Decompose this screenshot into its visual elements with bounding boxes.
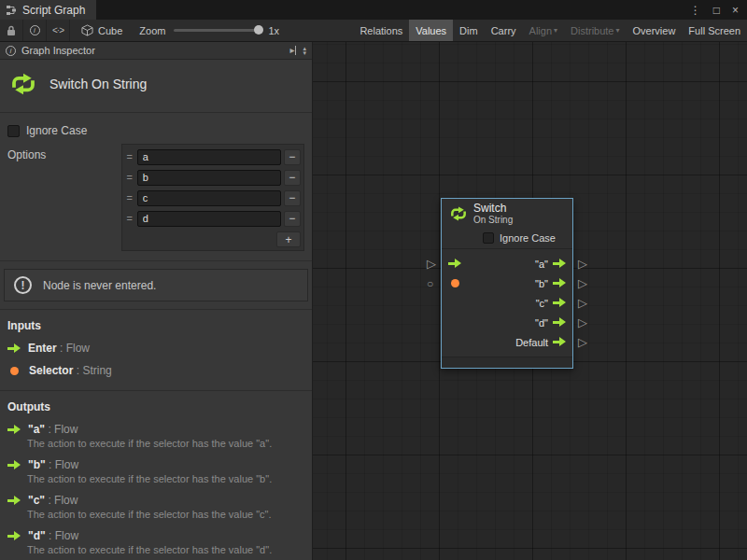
zoom-slider[interactable]: [174, 29, 260, 32]
info-icon: i: [6, 46, 16, 56]
port-type: Flow: [55, 529, 78, 542]
align-button[interactable]: Align ▾: [523, 20, 564, 41]
outputs-section: Outputs "a" : Flow The action to execute…: [0, 390, 312, 560]
warning-box: ! Node is never entered.: [4, 269, 308, 301]
list-item: = −: [124, 188, 302, 208]
separator: :: [45, 423, 54, 436]
overview-button[interactable]: Overview: [627, 20, 683, 41]
window-menu-icon[interactable]: ⋮: [690, 4, 701, 17]
port-type: Flow: [55, 458, 78, 471]
separator: :: [57, 342, 66, 355]
window-maximize-icon[interactable]: □: [713, 4, 720, 17]
output-port-d[interactable]: ▷: [578, 315, 587, 329]
option-input-2[interactable]: [137, 190, 281, 206]
node-subtitle: On String: [473, 215, 513, 225]
tab-script-graph[interactable]: Script Graph: [0, 0, 96, 20]
output-label: "b": [535, 278, 548, 289]
output-port-d: "d" : Flow: [7, 529, 304, 542]
flow-arrow-icon: [448, 259, 461, 269]
output-port-c[interactable]: ▷: [578, 296, 587, 310]
chevron-down-icon: ▾: [554, 26, 557, 35]
code-view-button[interactable]: <·>: [47, 20, 70, 41]
enter-port[interactable]: ▷: [427, 257, 436, 271]
zoom-slider-handle[interactable]: [254, 25, 263, 35]
port-type: Flow: [66, 342, 90, 355]
cube-icon: [81, 24, 93, 36]
flow-arrow-icon: [7, 425, 21, 435]
node-ignore-case-row: Ignore Case: [442, 229, 572, 246]
input-port-selector: Selector : String: [7, 364, 304, 377]
remove-option-button[interactable]: −: [284, 149, 301, 165]
unit-settings: Ignore Case Options = − = −: [0, 113, 312, 260]
options-list: = − = − = − =: [121, 144, 304, 251]
separator: :: [73, 364, 82, 377]
flow-arrow-icon: [7, 343, 21, 354]
window-close-icon[interactable]: ×: [732, 4, 739, 17]
toolbar-buttons: Relations Values Dim Carry Align ▾ Distr…: [353, 20, 747, 41]
output-label: "d": [535, 317, 548, 329]
separator: :: [46, 458, 55, 471]
add-option-button[interactable]: +: [276, 231, 301, 247]
relations-button[interactable]: Relations: [353, 20, 409, 41]
switch-icon: [449, 204, 468, 223]
ignore-case-checkbox[interactable]: [7, 125, 20, 137]
options-label: Options: [7, 144, 46, 161]
remove-option-button[interactable]: −: [284, 190, 301, 206]
list-item: = −: [124, 167, 302, 188]
zoom-label: Zoom: [139, 25, 165, 36]
port-name: "c": [28, 494, 45, 507]
option-input-0[interactable]: [137, 149, 281, 165]
drag-handle-icon[interactable]: =: [125, 192, 134, 203]
flow-arrow-icon: [553, 278, 566, 288]
option-input-1[interactable]: [137, 170, 281, 186]
fullscreen-button[interactable]: Full Screen: [682, 20, 747, 41]
graph-toolbar: i <·> Cube Zoom 1x Relations Values Dim …: [0, 20, 747, 42]
switch-node[interactable]: Switch On String Ignore Case "a": [441, 198, 573, 369]
output-port-b: "b" : Flow: [7, 458, 304, 471]
separator: :: [45, 494, 54, 507]
dock-icon[interactable]: ▸: [289, 46, 296, 55]
output-port-b[interactable]: ▷: [578, 276, 587, 290]
window-controls: ⋮ □ ×: [690, 0, 747, 20]
drag-handle-icon[interactable]: =: [125, 213, 134, 224]
node-ports: "a" "b" "c" "d": [442, 251, 572, 355]
script-graph-icon: [6, 5, 17, 16]
values-button[interactable]: Values: [409, 20, 453, 41]
align-label: Align: [529, 25, 552, 36]
remove-option-button[interactable]: −: [284, 211, 301, 227]
port-name: "d": [28, 529, 46, 542]
drag-handle-icon[interactable]: =: [125, 172, 134, 183]
info-button[interactable]: i: [23, 20, 47, 41]
lock-icon: [7, 25, 16, 36]
list-item: = −: [124, 147, 302, 167]
chevron-down-icon: ▾: [616, 26, 620, 35]
port-name: "a": [28, 423, 45, 436]
node-port-row: "a": [448, 254, 566, 273]
port-description: The action to execute if the selector ha…: [27, 438, 304, 449]
output-port-a[interactable]: ▷: [578, 257, 587, 271]
page-title: Switch On String: [49, 77, 147, 91]
spin-down-icon: ▾: [303, 50, 306, 55]
selector-port[interactable]: ○: [427, 277, 433, 291]
port-name: Enter: [28, 342, 57, 355]
dim-button[interactable]: Dim: [453, 20, 485, 41]
carry-button[interactable]: Carry: [485, 20, 523, 41]
output-port-a: "a" : Flow: [7, 423, 304, 436]
node-title: Switch: [473, 203, 513, 215]
lock-button[interactable]: [0, 20, 23, 41]
node-divider: [442, 248, 572, 249]
remove-option-button[interactable]: −: [284, 170, 301, 186]
switch-icon: [9, 70, 37, 98]
node-ignore-case-label: Ignore Case: [500, 232, 556, 244]
drag-handle-icon[interactable]: =: [125, 151, 134, 162]
output-port-default[interactable]: ▷: [578, 335, 587, 349]
output-port-c: "c" : Flow: [7, 494, 304, 507]
node-ignore-case-checkbox[interactable]: [483, 232, 494, 244]
value-dot-icon: [10, 367, 19, 375]
distribute-button[interactable]: Distribute ▾: [564, 20, 626, 41]
option-input-3[interactable]: [137, 211, 281, 227]
value-dot-icon: [451, 279, 459, 287]
panel-spinner[interactable]: ▴ ▾: [303, 46, 306, 55]
graph-canvas[interactable]: Switch On String Ignore Case "a": [313, 42, 747, 560]
graph-target-selector[interactable]: Cube: [70, 24, 134, 36]
